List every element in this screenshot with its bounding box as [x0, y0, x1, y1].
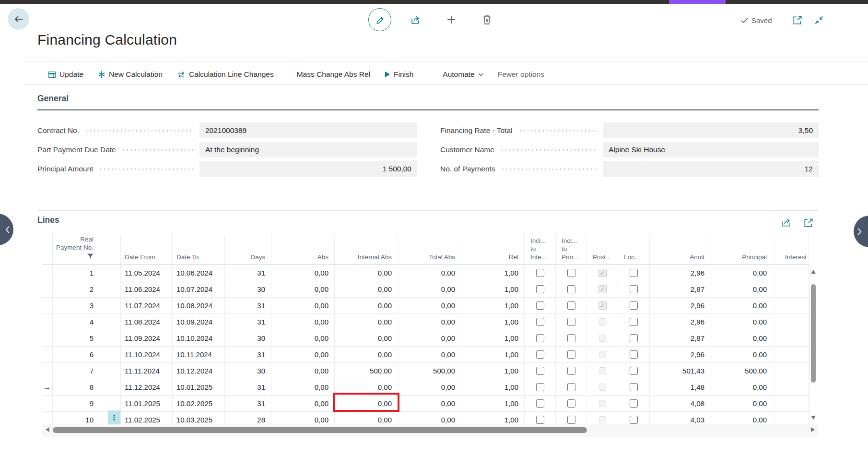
cell-date-from[interactable]: 11.05.2024	[121, 265, 173, 281]
cell-total-abs[interactable]: 0,00	[398, 379, 461, 395]
general-section-heading[interactable]: General	[37, 94, 69, 104]
field-value-part-payment-due-date[interactable]: At the beginning	[199, 142, 417, 157]
action-calculation-line-changes[interactable]: Calculation Line Changes	[177, 70, 274, 79]
cell-abs[interactable]: 0,00	[271, 363, 335, 379]
cell-interest[interactable]	[774, 379, 809, 395]
cell-interest[interactable]	[774, 298, 809, 313]
column-header-abs[interactable]: Abs	[271, 234, 335, 265]
cell-incl-to-inte[interactable]	[525, 298, 556, 313]
cell-incl-to-prin[interactable]	[556, 363, 587, 379]
checkbox-loc[interactable]	[630, 399, 638, 408]
cell-date-to[interactable]: 10.09.2024	[173, 314, 225, 330]
horizontal-scrollbar-thumb[interactable]	[53, 427, 587, 433]
cell-date-to[interactable]: 10.12.2024	[173, 363, 225, 379]
cell-incl-to-inte[interactable]	[525, 281, 556, 297]
open-in-new-window-button[interactable]	[792, 15, 803, 25]
checkbox-incl-to-inte[interactable]	[536, 334, 544, 342]
cell-date-to[interactable]: 10.03.2025	[173, 412, 225, 424]
delete-button[interactable]	[482, 14, 492, 25]
cell-total-abs[interactable]: 0,00	[398, 412, 461, 424]
cell-no[interactable]: 5	[53, 330, 121, 346]
cell-date-from[interactable]: 11.10.2024	[121, 347, 173, 362]
cell-principal[interactable]: 0,00	[712, 281, 774, 297]
checkbox-incl-to-inte[interactable]	[536, 285, 544, 293]
cell-principal[interactable]: 500,00	[712, 363, 774, 379]
checkbox-loc[interactable]	[630, 318, 638, 326]
checkbox-incl-to-inte[interactable]	[536, 416, 544, 424]
cell-date-from[interactable]: 11.11.2024	[121, 363, 173, 379]
cell-post[interactable]	[587, 363, 618, 379]
collapse-window-button[interactable]	[814, 15, 824, 25]
cell-anuit[interactable]: 4,08	[650, 396, 712, 411]
cell-total-abs[interactable]: 0,00	[398, 265, 461, 281]
cell-no[interactable]: 9	[53, 396, 121, 411]
cell-anuit[interactable]: 2,96	[650, 347, 712, 362]
cell-rel[interactable]: 1,00	[461, 379, 525, 395]
field-value-principal-amount[interactable]: 1 500,00	[199, 161, 417, 177]
cell-incl-to-prin[interactable]	[556, 265, 587, 281]
cell-loc[interactable]	[618, 363, 650, 379]
edit-button[interactable]	[368, 8, 391, 31]
cell-total-abs[interactable]: 0,00	[398, 347, 461, 362]
cell-principal[interactable]: 0,00	[712, 412, 774, 424]
lines-section-heading[interactable]: Lines	[37, 215, 59, 225]
column-header-interest[interactable]: Interest	[774, 234, 809, 265]
scroll-right-arrow[interactable]	[811, 427, 815, 432]
cell-days[interactable]: 31	[225, 347, 271, 362]
cell-rel[interactable]: 1,00	[461, 396, 525, 411]
filter-funnel-icon[interactable]	[53, 253, 94, 261]
cell-loc[interactable]	[618, 379, 650, 395]
cell-rel[interactable]: 1,00	[461, 298, 525, 313]
column-header-incl-to-prin[interactable]: Incl...toPrin...	[556, 234, 587, 265]
lines-open-in-new-window-button[interactable]	[803, 217, 814, 228]
field-value-financing-rate-total[interactable]: 3,50	[603, 122, 819, 138]
cell-incl-to-prin[interactable]	[556, 298, 587, 313]
scroll-down-arrow[interactable]	[811, 416, 816, 420]
cell-abs[interactable]: 0,00	[271, 281, 335, 297]
cell-interest[interactable]	[774, 265, 809, 281]
cell-rel[interactable]: 1,00	[461, 347, 525, 362]
cell-rel[interactable]: 1,00	[461, 281, 525, 297]
cell-incl-to-inte[interactable]	[525, 265, 556, 281]
cell-loc[interactable]	[618, 412, 650, 424]
cell-post[interactable]	[587, 347, 618, 362]
cell-abs[interactable]: 0,00	[271, 379, 335, 395]
checkbox-loc[interactable]	[630, 285, 638, 293]
cell-interest[interactable]	[774, 281, 809, 297]
cell-incl-to-prin[interactable]	[556, 412, 587, 424]
cell-loc[interactable]	[618, 314, 650, 330]
cell-no[interactable]: 7	[53, 363, 121, 379]
cell-loc[interactable]	[618, 330, 650, 346]
cell-date-from[interactable]: 11.08.2024	[121, 314, 173, 330]
cell-no[interactable]: 3	[53, 298, 121, 313]
scroll-left-arrow[interactable]	[46, 427, 49, 432]
field-value-contract-no[interactable]: 2021000389	[199, 122, 417, 138]
cell-interest[interactable]	[774, 347, 809, 362]
cell-total-abs[interactable]: 0,00	[398, 314, 461, 330]
cell-days[interactable]: 31	[225, 314, 271, 330]
cell-rel[interactable]: 1,00	[461, 363, 525, 379]
column-header-principal[interactable]: Principal	[712, 234, 774, 265]
cell-internal-abs[interactable]: 0,00	[335, 298, 398, 313]
next-record-button[interactable]	[854, 216, 868, 247]
cell-incl-to-inte[interactable]	[525, 412, 556, 424]
cell-incl-to-prin[interactable]	[556, 314, 587, 330]
cell-date-from[interactable]: 11.07.2024	[121, 298, 173, 313]
cell-total-abs[interactable]: 0,00	[398, 330, 461, 346]
cell-incl-to-inte[interactable]	[525, 379, 556, 395]
checkbox-incl-to-prin[interactable]	[567, 318, 575, 326]
share-button[interactable]	[410, 14, 421, 25]
checkbox-loc[interactable]	[630, 334, 638, 342]
cell-post[interactable]	[587, 330, 618, 346]
cell-incl-to-inte[interactable]	[525, 330, 556, 346]
cell-date-from[interactable]: 11.06.2024	[121, 281, 173, 297]
cell-date-from[interactable]: 11.09.2024	[121, 330, 173, 346]
checkbox-incl-to-inte[interactable]	[536, 318, 544, 326]
field-value-no-of-payments[interactable]: 12	[603, 161, 819, 177]
checkbox-loc[interactable]	[630, 383, 638, 391]
checkbox-incl-to-prin[interactable]	[567, 350, 575, 359]
checkbox-incl-to-prin[interactable]	[567, 416, 575, 424]
cell-loc[interactable]	[618, 265, 650, 281]
cell-post[interactable]	[587, 379, 618, 395]
cell-date-to[interactable]: 10.11.2024	[173, 347, 225, 362]
